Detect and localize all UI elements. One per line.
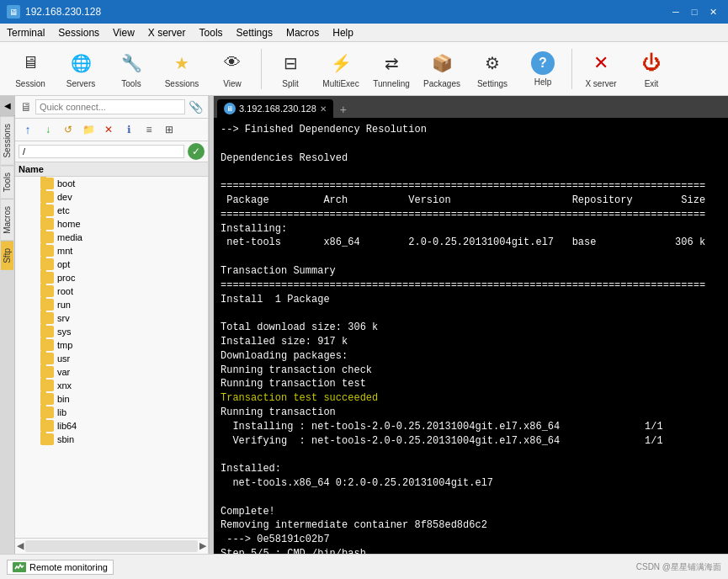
- toolbar-sessions[interactable]: ★ Sessions: [158, 45, 205, 93]
- tree-item-label: opt: [57, 259, 70, 269]
- vtab-tools[interactable]: Tools: [1, 165, 13, 199]
- path-input[interactable]: [19, 145, 184, 158]
- folder-icon: [40, 191, 54, 203]
- toolbar-servers[interactable]: 🌐 Servers: [57, 45, 104, 93]
- terminal-line: Total download size: 306 k: [221, 321, 378, 333]
- toolbar-split[interactable]: ⊟ Split: [267, 45, 314, 93]
- terminal-line: ========================================…: [221, 209, 705, 220]
- terminal-line: net-tools x86_64 2.0-0.25.20131004git.el…: [221, 236, 705, 248]
- app-icon: 🖥: [7, 5, 20, 19]
- folder-icon: [40, 205, 54, 216]
- menu-tools[interactable]: Tools: [193, 24, 230, 41]
- tree-item-label: home: [57, 219, 81, 229]
- scroll-right-btn[interactable]: ▶: [199, 540, 206, 552]
- tree-item-label: mnt: [57, 246, 72, 256]
- scroll-left-btn[interactable]: ◀: [17, 540, 24, 552]
- remote-monitoring-btn[interactable]: Remote monitoring: [7, 560, 114, 575]
- file-tree[interactable]: boot dev etc home media: [15, 177, 208, 538]
- tab-bar: 🖥 3.192.168.230.128 ✕ +: [214, 96, 728, 118]
- session-icon: 🖥: [17, 50, 44, 77]
- status-bar: Remote monitoring CSDN @星星铺满海面: [0, 554, 728, 579]
- terminal-tab[interactable]: 🖥 3.192.168.230.128 ✕: [217, 99, 333, 118]
- menu-view[interactable]: View: [106, 24, 141, 41]
- split-icon: ⊟: [277, 50, 304, 77]
- sessions-icon: ★: [168, 50, 195, 77]
- vtab-sftp[interactable]: Sftp: [1, 241, 13, 270]
- terminal-output[interactable]: --> Finished Dependency Resolution Depen…: [214, 118, 728, 554]
- tree-item-label: media: [57, 232, 82, 242]
- toolbar-xserver[interactable]: ✕ X server: [577, 45, 624, 93]
- tree-item-label: var: [57, 367, 70, 377]
- file-download-btn[interactable]: ↓: [39, 120, 57, 139]
- tree-item-sbin[interactable]: sbin: [15, 433, 208, 446]
- toolbar-sep-2: [571, 49, 572, 89]
- file-sort-btn[interactable]: ⊞: [160, 120, 178, 139]
- tools-icon: 🔧: [118, 50, 145, 77]
- toolbar-sep-1: [261, 49, 262, 89]
- vertical-tabs: ◀ Sessions Tools Macros Sftp: [0, 96, 15, 554]
- close-button[interactable]: ✕: [704, 3, 721, 20]
- toolbar-tunneling[interactable]: ⇄ Tunneling: [368, 45, 415, 93]
- menu-xserver[interactable]: X server: [141, 24, 193, 41]
- tree-item-label: lib: [57, 407, 66, 417]
- menu-macros[interactable]: Macros: [279, 24, 326, 41]
- view-icon: 👁: [219, 50, 246, 77]
- exit-icon: ⏻: [638, 50, 665, 77]
- tree-header: Name: [15, 162, 208, 177]
- terminal-line: net-tools.x86_64 0:2.0-0.25.20131004git.…: [221, 477, 493, 489]
- path-confirm-btn[interactable]: ✓: [188, 143, 205, 160]
- toolbar-session[interactable]: 🖥 Session: [7, 45, 54, 93]
- file-properties-btn[interactable]: ℹ: [120, 120, 138, 139]
- paperclip-icon: 📎: [189, 100, 203, 114]
- toolbar-settings[interactable]: ⚙ Settings: [469, 45, 516, 93]
- menu-settings[interactable]: Settings: [230, 24, 279, 41]
- file-refresh-btn[interactable]: ↺: [59, 120, 77, 139]
- tree-item-label: bin: [57, 394, 70, 404]
- menu-help[interactable]: Help: [326, 24, 360, 41]
- toolbar-packages[interactable]: 📦 Packages: [418, 45, 465, 93]
- terminal-line: Running transaction test: [221, 378, 366, 390]
- file-delete-btn[interactable]: ✕: [99, 120, 118, 139]
- maximize-button[interactable]: □: [686, 3, 703, 20]
- scroll-bar[interactable]: [25, 540, 198, 552]
- toolbar-tools[interactable]: 🔧 Tools: [108, 45, 155, 93]
- menu-sessions[interactable]: Sessions: [51, 24, 106, 41]
- xserver-icon: ✕: [587, 50, 614, 77]
- toolbar-help[interactable]: ? Help: [519, 45, 566, 93]
- minimize-button[interactable]: ─: [667, 3, 684, 20]
- file-panel: 🖥 📎 ↑ ↓ ↺ 📁 ✕ ℹ ≡ ⊞ ✓ Nam: [15, 96, 209, 554]
- tab-title: 3.192.168.230.128: [239, 104, 316, 114]
- quick-connect-input[interactable]: [35, 99, 185, 114]
- menu-bar: Terminal Sessions View X server Tools Se…: [0, 24, 728, 42]
- toolbar-exit[interactable]: ⏻ Exit: [628, 45, 675, 93]
- terminal-line: Dependencies Resolved: [221, 152, 348, 164]
- terminal-line: Installing : net-tools-2.0-0.25.20131004…: [221, 421, 663, 433]
- folder-icon: [40, 353, 54, 364]
- vtab-sessions[interactable]: Sessions: [1, 116, 13, 165]
- file-newfolder-btn[interactable]: 📁: [79, 120, 98, 139]
- tab-close-btn[interactable]: ✕: [320, 104, 327, 114]
- file-toolbar: ↑ ↓ ↺ 📁 ✕ ℹ ≡ ⊞: [15, 119, 208, 141]
- title-bar-left: 🖥 192.168.230.128: [7, 5, 101, 19]
- folder-icon: [40, 258, 54, 270]
- file-view-btn[interactable]: ≡: [140, 120, 158, 139]
- quick-connect-bar: 🖥 📎: [15, 96, 208, 119]
- toolbar-multiexec-label: MultiExec: [322, 79, 359, 88]
- settings-icon: ⚙: [479, 50, 506, 77]
- toolbar-sessions-label: Sessions: [165, 79, 199, 88]
- folder-icon: [40, 393, 54, 405]
- tree-item-label: srv: [57, 313, 70, 323]
- collapse-panel-btn[interactable]: ◀: [0, 96, 15, 116]
- vtab-macros[interactable]: Macros: [1, 199, 13, 241]
- toolbar-split-label: Split: [282, 79, 298, 88]
- servers-icon: 🌐: [67, 50, 94, 77]
- toolbar-tunneling-label: Tunneling: [373, 79, 410, 88]
- tab-add-btn[interactable]: +: [335, 101, 352, 118]
- status-right: CSDN @星星铺满海面: [636, 561, 721, 573]
- file-up-btn[interactable]: ↑: [19, 120, 37, 139]
- toolbar-multiexec[interactable]: ⚡ MultiExec: [317, 45, 364, 93]
- toolbar-exit-label: Exit: [645, 79, 659, 88]
- menu-terminal[interactable]: Terminal: [0, 24, 51, 41]
- toolbar-view[interactable]: 👁 View: [209, 45, 256, 93]
- monitor-icon: [13, 562, 26, 572]
